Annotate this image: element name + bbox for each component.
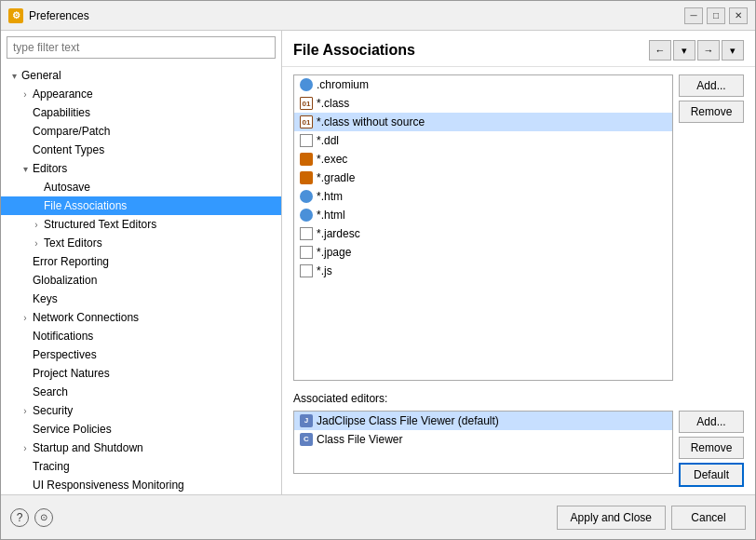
file-list-container: .chromium01*.class01*.class without sour… xyxy=(293,74,673,381)
tree-item-text-editors[interactable]: ›Text Editors xyxy=(1,234,281,252)
nav-forward-button[interactable]: → xyxy=(697,40,720,61)
jadclipse-editor-icon: J xyxy=(300,414,313,427)
expand-icon[interactable]: ▾ xyxy=(20,163,31,174)
filter-input[interactable] xyxy=(7,36,276,59)
tree-label-ui-responsiveness: UI Responsiveness Monitoring xyxy=(33,479,184,492)
file-type-item-class[interactable]: 01*.class xyxy=(294,94,672,113)
globe-icon xyxy=(300,190,313,203)
no-expand xyxy=(31,182,42,193)
file-type-item-jpage[interactable]: *.jpage xyxy=(294,243,672,262)
assoc-editor-class-viewer[interactable]: CClass File Viewer xyxy=(294,430,672,449)
file-type-item-gradle[interactable]: *.gradle xyxy=(294,169,672,187)
assoc-editor-label-class-viewer: Class File Viewer xyxy=(317,433,402,446)
tree-item-ui-responsiveness[interactable]: UI Responsiveness Monitoring xyxy=(1,476,281,494)
file-list-row: .chromium01*.class01*.class without sour… xyxy=(293,74,744,381)
file-type-item-js[interactable]: *.js xyxy=(294,262,672,280)
tree-item-notifications[interactable]: Notifications xyxy=(1,327,281,345)
expand-icon[interactable]: › xyxy=(20,405,31,416)
default-button[interactable]: Default xyxy=(679,463,744,487)
tree-item-tracing[interactable]: Tracing xyxy=(1,457,281,476)
tree-item-content-types[interactable]: Content Types xyxy=(1,141,281,159)
tree-item-project-natures[interactable]: Project Natures xyxy=(1,364,281,383)
preferences-icon-button[interactable]: ⊙ xyxy=(34,508,53,527)
expand-icon[interactable]: › xyxy=(20,88,31,100)
tree-label-security: Security xyxy=(33,404,73,417)
tree-label-keys: Keys xyxy=(33,292,58,305)
bottom-bar: ? ⊙ Apply and Close Cancel xyxy=(1,494,755,539)
tree-label-autosave: Autosave xyxy=(44,181,90,194)
tree-label-perspectives: Perspectives xyxy=(33,348,97,361)
tree-item-perspectives[interactable]: Perspectives xyxy=(1,345,281,364)
file-type-item-class-without-source[interactable]: 01*.class without source xyxy=(294,113,672,131)
file-list-section: .chromium01*.class01*.class without sour… xyxy=(282,67,755,388)
no-expand xyxy=(20,368,31,379)
minimize-button[interactable]: ─ xyxy=(684,7,703,24)
tree-item-capabilities[interactable]: Capabilities xyxy=(1,103,281,122)
tree-label-tracing: Tracing xyxy=(33,460,70,473)
nav-dropdown-button[interactable]: ▾ xyxy=(673,40,695,61)
no-expand xyxy=(20,479,31,491)
right-panel-title: File Associations xyxy=(293,42,415,59)
file-icon xyxy=(300,227,313,240)
file-remove-button[interactable]: Remove xyxy=(679,101,744,123)
tree-label-structured-text: Structured Text Editors xyxy=(44,218,156,231)
file-buttons-col: Add... Remove xyxy=(679,74,744,381)
help-button[interactable]: ? xyxy=(10,508,29,527)
no-expand xyxy=(20,275,31,286)
expand-icon[interactable]: › xyxy=(31,219,42,230)
file-type-item-jardesc[interactable]: *.jardesc xyxy=(294,224,672,243)
expand-icon[interactable]: › xyxy=(31,237,42,249)
tree-item-network-connections[interactable]: ›Network Connections xyxy=(1,308,281,327)
tree-item-error-reporting[interactable]: Error Reporting xyxy=(1,252,281,271)
tree-item-search[interactable]: Search xyxy=(1,383,281,401)
file-add-button[interactable]: Add... xyxy=(679,74,744,97)
tree-item-editors[interactable]: ▾Editors xyxy=(1,159,281,178)
tree-item-file-associations[interactable]: File Associations xyxy=(1,196,281,215)
tree-item-security[interactable]: ›Security xyxy=(1,401,281,420)
file-type-label-jardesc: *.jardesc xyxy=(317,227,360,240)
tree-item-keys[interactable]: Keys xyxy=(1,290,281,308)
tree-item-compare-patch[interactable]: Compare/Patch xyxy=(1,122,281,141)
file-type-item-html[interactable]: *.html xyxy=(294,206,672,224)
class-editor-icon: C xyxy=(300,433,313,446)
tree-item-service-policies[interactable]: Service Policies xyxy=(1,420,281,439)
close-button[interactable]: ✕ xyxy=(729,7,748,24)
assoc-remove-button[interactable]: Remove xyxy=(679,437,744,459)
assoc-add-button[interactable]: Add... xyxy=(679,411,744,433)
title-controls: ─ □ ✕ xyxy=(684,7,748,24)
tree-item-startup-shutdown[interactable]: ›Startup and Shutdown xyxy=(1,439,281,457)
file-icon xyxy=(300,264,313,277)
tree-item-appearance[interactable]: ›Appearance xyxy=(1,85,281,103)
file-type-item-chromium[interactable]: .chromium xyxy=(294,75,672,94)
tree-item-globalization[interactable]: Globalization xyxy=(1,271,281,290)
apply-close-button[interactable]: Apply and Close xyxy=(557,506,666,530)
tree-item-autosave[interactable]: Autosave xyxy=(1,178,281,196)
tree-item-structured-text[interactable]: ›Structured Text Editors xyxy=(1,215,281,234)
tree-label-project-natures: Project Natures xyxy=(33,367,110,380)
nav-back-button[interactable]: ← xyxy=(649,40,671,61)
assoc-section: Associated editors: JJadClipse Class Fil… xyxy=(282,388,755,494)
no-expand xyxy=(20,386,31,398)
file-type-item-htm[interactable]: *.htm xyxy=(294,187,672,206)
assoc-editor-jadclipse[interactable]: JJadClipse Class File Viewer (default) xyxy=(294,412,672,430)
file-section: .chromium01*.class01*.class without sour… xyxy=(282,67,755,494)
file-icon xyxy=(300,134,313,147)
expand-icon[interactable]: › xyxy=(20,312,31,323)
nav-forward-dropdown-button[interactable]: ▾ xyxy=(722,40,744,61)
cancel-button[interactable]: Cancel xyxy=(671,506,746,530)
file-type-item-ddl[interactable]: *.ddl xyxy=(294,131,672,150)
no-expand xyxy=(20,461,31,472)
expand-icon[interactable]: › xyxy=(20,442,31,453)
preferences-window: ⚙ Preferences ─ □ ✕ ▾General›AppearanceC… xyxy=(0,0,756,540)
file-type-item-exec[interactable]: *.exec xyxy=(294,150,672,169)
assoc-label: Associated editors: xyxy=(293,392,744,405)
tree-label-startup-shutdown: Startup and Shutdown xyxy=(33,441,143,454)
expand-icon[interactable]: ▾ xyxy=(8,70,20,81)
assoc-row: JJadClipse Class File Viewer (default)CC… xyxy=(293,411,744,487)
maximize-button[interactable]: □ xyxy=(707,7,725,24)
file-type-label-js: *.js xyxy=(317,264,332,277)
no-expand xyxy=(31,200,42,211)
file-type-label-chromium: .chromium xyxy=(317,78,369,91)
tree-item-general[interactable]: ▾General xyxy=(1,66,281,85)
assoc-list: JJadClipse Class File Viewer (default)CC… xyxy=(293,411,673,474)
